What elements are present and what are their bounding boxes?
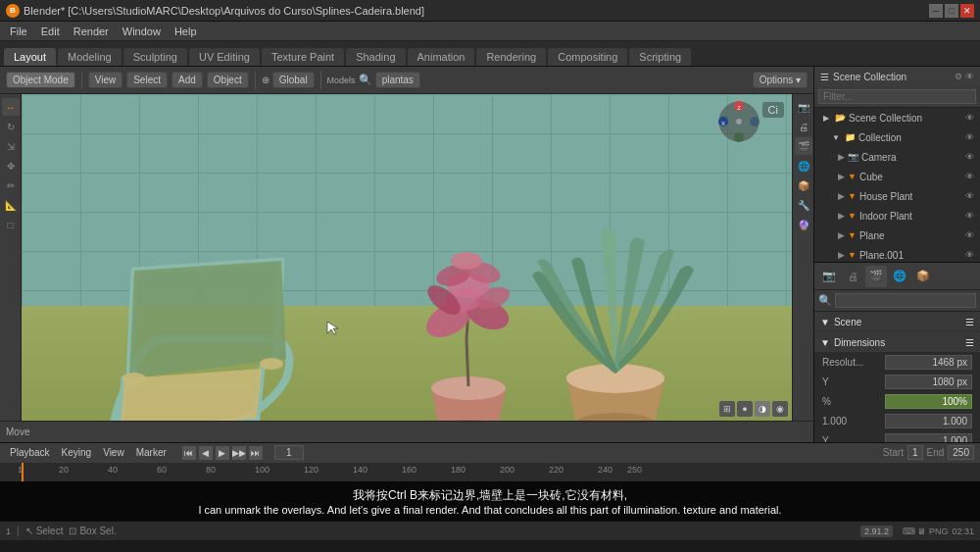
world-props-icon[interactable]: 🌐 <box>795 157 812 175</box>
models-label: Models <box>327 75 356 85</box>
mark-60: 60 <box>157 465 167 475</box>
skip-start-btn[interactable]: ⏮ <box>182 446 196 460</box>
menu-help[interactable]: Help <box>169 24 203 39</box>
tab-rendering[interactable]: Rendering <box>476 48 546 66</box>
outliner-item-plane001[interactable]: ▶ ▼ Plane.001 👁 <box>814 245 980 263</box>
indoorplant-visibility[interactable]: 👁 <box>965 211 974 221</box>
tab-compositing[interactable]: Compositing <box>548 48 627 66</box>
annotate-tool[interactable]: ✏ <box>2 176 20 194</box>
object-mode-dropdown[interactable]: Object Mode <box>6 72 75 88</box>
tab-modeling[interactable]: Modeling <box>58 48 122 66</box>
resolution-x-field[interactable]: 1468 px <box>885 355 972 370</box>
material-props-icon[interactable]: 🔮 <box>795 216 812 233</box>
output-icon[interactable]: 🖨 <box>842 266 863 287</box>
aspect-y-field[interactable]: 1.000 <box>885 433 972 443</box>
mark-160: 160 <box>402 465 416 475</box>
tab-uv-editing[interactable]: UV Editing <box>189 48 260 66</box>
select-mode-btn[interactable]: ↖ Select <box>25 526 64 536</box>
menu-file[interactable]: File <box>4 24 33 39</box>
object-menu[interactable]: Object <box>207 72 249 88</box>
play-btn[interactable]: ▶ <box>216 446 229 460</box>
move-tool[interactable]: ↔ <box>2 98 20 116</box>
rendered-mode[interactable]: ◉ <box>772 401 788 417</box>
tab-layout[interactable]: Layout <box>4 48 56 66</box>
render-props-icon[interactable]: 📷 <box>795 98 812 116</box>
tab-sculpting[interactable]: Sculpting <box>123 48 187 66</box>
render-icon[interactable]: 📷 <box>818 266 840 287</box>
timeline-ruler[interactable]: 1 20 40 60 80 100 120 140 160 180 200 22… <box>0 463 980 482</box>
dimensions-header[interactable]: ▼ Dimensions ☰ <box>814 332 980 352</box>
3d-viewport[interactable]: Ci Z X ⊞ <box>22 94 792 421</box>
world-icon[interactable]: 🌐 <box>889 266 910 287</box>
houseplant-visibility[interactable]: 👁 <box>965 191 974 201</box>
rotate-tool[interactable]: ↻ <box>2 118 20 135</box>
title-bar-left: B Blender* [C:\Users\StudioMARC\Desktop\… <box>6 4 424 18</box>
viewport-toolbar: Object Mode View Select Add Object ⊕ Glo… <box>0 67 813 94</box>
material-mode[interactable]: ◑ <box>755 401 770 417</box>
outliner-collection[interactable]: ▼ 📁 Collection 👁 <box>814 127 980 147</box>
tab-animation[interactable]: Animation <box>408 48 475 66</box>
menu-window[interactable]: Window <box>117 24 167 39</box>
object-icon[interactable]: 📦 <box>912 266 934 287</box>
playback-controls: ⏮ ◀ ▶ ▶▶ ⏭ <box>182 446 263 460</box>
transform-dropdown[interactable]: Global <box>272 72 315 88</box>
menu-render[interactable]: Render <box>68 24 115 39</box>
select-menu[interactable]: Select <box>126 72 168 88</box>
end-frame-display[interactable]: 250 <box>948 445 974 460</box>
tab-shading[interactable]: Shading <box>346 48 405 66</box>
scale-tool[interactable]: ⇲ <box>2 137 20 155</box>
outliner-item-houseplant[interactable]: ▶ ▼ House Plant 👁 <box>814 186 980 206</box>
resolution-pct-field[interactable]: 100% <box>885 394 972 409</box>
select-icon: ↖ <box>25 526 33 536</box>
solid-mode[interactable]: ● <box>737 401 753 417</box>
start-frame-display[interactable]: 1 <box>907 445 923 460</box>
skip-end-btn[interactable]: ⏭ <box>249 446 263 460</box>
prop-search-input[interactable] <box>835 293 976 308</box>
scene-section-header[interactable]: ▼ Scene ☰ <box>814 312 980 331</box>
plane-visibility[interactable]: 👁 <box>965 230 974 240</box>
minimize-button[interactable]: ─ <box>929 4 943 18</box>
plane001-visibility[interactable]: 👁 <box>965 250 974 260</box>
box-select-btn[interactable]: ⊡ Box Sel. <box>69 526 116 536</box>
tab-texture-paint[interactable]: Texture Paint <box>262 48 344 66</box>
output-props-icon[interactable]: 🖨 <box>795 118 812 135</box>
resolution-y-field[interactable]: 1080 px <box>885 375 972 389</box>
measure-tool[interactable]: 📐 <box>2 196 20 214</box>
tab-scripting[interactable]: Scripting <box>629 48 691 66</box>
outliner-item-plane[interactable]: ▶ ▼ Plane 👁 <box>814 226 980 245</box>
next-frame-btn[interactable]: ▶▶ <box>232 446 246 460</box>
outliner-item-cube[interactable]: ▶ ▼ Cube 👁 <box>814 167 980 186</box>
camera-visibility[interactable]: 👁 <box>965 152 974 162</box>
transform-tool[interactable]: ✥ <box>2 157 20 175</box>
view-menu[interactable]: View <box>88 72 123 88</box>
timeline-keying[interactable]: Keying <box>58 446 96 459</box>
outliner-scene-collection[interactable]: ▶ 📂 Scene Collection 👁 <box>814 108 980 127</box>
scene-props-icon[interactable]: 🎬 <box>795 137 812 155</box>
dimensions-section: ▼ Dimensions ☰ Resolut... 1468 px Y 1080… <box>814 332 980 442</box>
maximize-button[interactable]: □ <box>945 4 958 18</box>
timeline-view[interactable]: View <box>99 446 128 459</box>
prev-frame-btn[interactable]: ◀ <box>199 446 213 460</box>
outliner-item-camera[interactable]: ▶ 📷 Camera 👁 <box>814 147 980 167</box>
add-menu[interactable]: Add <box>172 72 203 88</box>
collection-visibility[interactable]: 👁 <box>965 132 974 142</box>
aspect-x-field[interactable]: 1.000 <box>885 414 972 428</box>
object-props-icon[interactable]: 📦 <box>795 176 812 194</box>
close-button[interactable]: ✕ <box>960 4 974 18</box>
timeline-playback[interactable]: Playback <box>6 446 54 459</box>
scene-icon[interactable]: 🎬 <box>865 266 887 287</box>
cube-visibility[interactable]: 👁 <box>965 172 974 181</box>
wireframe-mode[interactable]: ⊞ <box>719 401 735 417</box>
menu-edit[interactable]: Edit <box>35 24 66 39</box>
aspect-x-row: 1.000 1.000 <box>814 411 980 430</box>
outliner-item-indoorplant[interactable]: ▶ ▼ Indoor Plant 👁 <box>814 206 980 226</box>
search-field[interactable]: plantas <box>375 72 420 88</box>
outliner-search-input[interactable] <box>818 89 976 104</box>
blender-icon: B <box>6 4 20 18</box>
add-cube-tool[interactable]: □ <box>2 216 20 233</box>
current-frame-display[interactable]: 1 <box>274 445 304 460</box>
timeline-marker[interactable]: Marker <box>132 446 171 459</box>
options-button[interactable]: Options ▾ <box>753 72 808 88</box>
scene-collection-visibility[interactable]: 👁 <box>965 113 974 123</box>
modifier-props-icon[interactable]: 🔧 <box>795 196 812 214</box>
